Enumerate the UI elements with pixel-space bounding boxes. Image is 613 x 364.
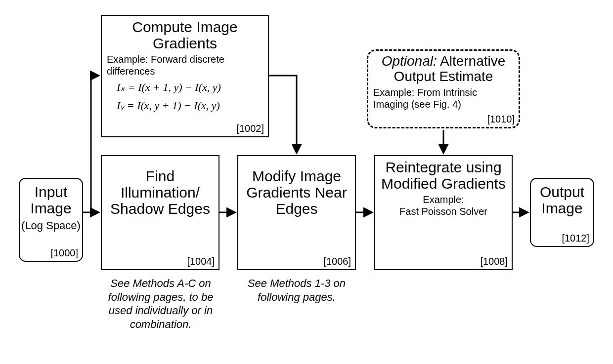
caption-modify: See Methods 1-3 on following pages. — [237, 277, 356, 304]
compute-sub: Example: Forward discrete differences — [102, 51, 268, 77]
node-output-image: Output Image [1012] — [530, 178, 594, 247]
input-sub: (Log Space) — [20, 216, 82, 232]
optional-ref: [1010] — [487, 114, 515, 125]
compute-formula2: Iᵧ = I(x, y + 1) − I(x, y) — [102, 95, 268, 114]
output-ref: [1012] — [562, 233, 589, 244]
modify-title: Modify Image Gradients Near Edges — [238, 156, 355, 217]
caption-find: See Methods A-C on following pages, to b… — [96, 277, 225, 331]
diagram-canvas: Input Image (Log Space) [1000] Compute I… — [0, 0, 613, 364]
find-title: Find Illumination/ Shadow Edges — [102, 156, 219, 217]
node-modify-gradients: Modify Image Gradients Near Edges [1006] — [237, 155, 356, 270]
reintegrate-title: Reintegrate using Modified Gradients — [375, 156, 512, 192]
node-reintegrate: Reintegrate using Modified Gradients Exa… — [374, 155, 513, 270]
input-ref: [1000] — [50, 247, 78, 259]
optional-title-italic: Optional: — [382, 53, 437, 69]
output-title: Output Image — [531, 179, 593, 216]
optional-sub: Example: From Intrinsic Imaging (see Fig… — [368, 84, 519, 110]
node-compute-gradients: Compute Image Gradients Example: Forward… — [101, 15, 269, 137]
reintegrate-sub: Example: Fast Poisson Solver — [375, 192, 512, 217]
modify-ref: [1006] — [323, 256, 351, 267]
reintegrate-ref: [1008] — [480, 256, 508, 267]
node-find-edges: Find Illumination/ Shadow Edges [1004] — [101, 155, 219, 270]
find-ref: [1004] — [187, 256, 215, 267]
compute-formula1: Iₓ = I(x + 1, y) − I(x, y) — [102, 77, 268, 95]
node-input-image: Input Image (Log Space) [1000] — [19, 178, 83, 262]
compute-title: Compute Image Gradients — [102, 16, 268, 51]
node-optional: Optional: Alternative Output Estimate Ex… — [367, 49, 520, 128]
optional-title: Optional: Alternative Output Estimate — [368, 51, 519, 84]
input-title: Input Image — [20, 179, 82, 216]
compute-ref: [1002] — [236, 123, 264, 134]
